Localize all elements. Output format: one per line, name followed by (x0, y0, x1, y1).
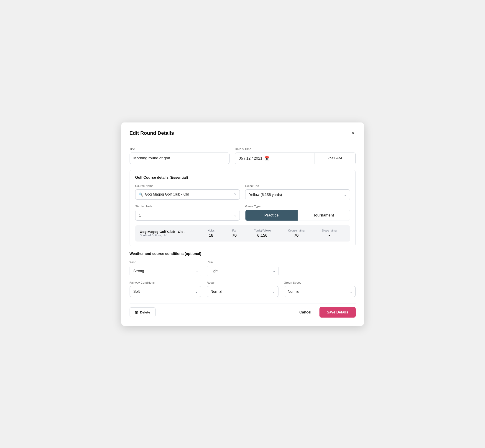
golf-course-section: Golf Course details (Essential) Course N… (129, 170, 356, 246)
title-input[interactable] (129, 152, 229, 164)
calendar-icon: 📅 (265, 156, 270, 161)
select-tee-group: Select Tee Yellow (6,156 yards) ⌄ (245, 184, 350, 200)
rain-label: Rain (207, 260, 278, 264)
starting-hole-input[interactable]: 1 (135, 210, 240, 221)
fairway-group: Fairway Conditions Soft ⌄ (129, 281, 201, 297)
time-value: 7:31 AM (328, 156, 342, 160)
fairway-wrap: Soft ⌄ (129, 286, 201, 297)
course-name-block: Gog Magog Golf Club - Old, Shelford Bott… (140, 230, 199, 237)
holes-stat: Holes 18 (208, 229, 215, 238)
practice-button[interactable]: Practice (245, 210, 298, 221)
time-input[interactable]: 7:31 AM (315, 153, 356, 164)
holes-label: Holes (208, 229, 215, 232)
select-tee-label: Select Tee (245, 184, 350, 188)
slope-rating-label: Slope rating (322, 229, 337, 232)
clear-course-button[interactable]: × (234, 192, 236, 196)
search-icon: 🔍 (139, 192, 143, 197)
wind-wrap: Strong ⌄ (129, 266, 201, 276)
weather-section: Weather and course conditions (optional)… (129, 252, 356, 297)
par-stat: Par 70 (232, 229, 237, 238)
fairway-select[interactable]: Soft (129, 286, 201, 297)
trash-icon: 🗑 (135, 310, 138, 314)
fairway-rough-green-row: Fairway Conditions Soft ⌄ Rough Normal ⌄ (129, 281, 356, 297)
course-tee-row: Course Name 🔍 × Select Tee Yellow (6,156… (135, 184, 350, 200)
tournament-button[interactable]: Tournament (298, 210, 350, 221)
rough-label: Rough (207, 281, 278, 284)
title-group: Title (129, 147, 229, 164)
green-speed-wrap: Normal ⌄ (284, 286, 356, 297)
course-rating-stat: Course rating 70 (288, 229, 304, 238)
rain-group: Rain Light ⌄ (207, 260, 278, 276)
delete-label: Delete (140, 310, 150, 314)
par-value: 70 (232, 233, 237, 238)
top-row: Title Date & Time 05 / 12 / 2021 📅 7:31 … (129, 147, 356, 164)
footer-right: Cancel Save Details (295, 307, 356, 318)
footer-row: 🗑 Delete Cancel Save Details (129, 303, 356, 318)
select-tee-input[interactable]: Yellow (6,156 yards) (245, 189, 350, 200)
course-name-label: Course Name (135, 184, 240, 188)
course-name-main: Gog Magog Golf Club - Old, (140, 230, 199, 233)
green-speed-group: Green Speed Normal ⌄ (284, 281, 356, 297)
delete-button[interactable]: 🗑 Delete (129, 307, 155, 317)
datetime-group: Date & Time 05 / 12 / 2021 📅 7:31 AM (235, 147, 356, 164)
starting-hole-group: Starting Hole 1 ⌄ (135, 205, 240, 221)
rough-wrap: Normal ⌄ (207, 286, 278, 297)
wind-select[interactable]: Strong (129, 266, 201, 276)
course-info-row: Gog Magog Golf Club - Old, Shelford Bott… (135, 225, 350, 241)
title-label: Title (129, 147, 229, 151)
holes-value: 18 (209, 233, 213, 238)
rough-group: Rough Normal ⌄ (207, 281, 278, 297)
weather-section-title: Weather and course conditions (optional) (129, 252, 356, 256)
green-speed-select[interactable]: Normal (284, 286, 356, 297)
select-tee-wrap: Yellow (6,156 yards) ⌄ (245, 189, 350, 200)
par-label: Par (232, 229, 237, 232)
hole-gametype-row: Starting Hole 1 ⌄ Game Type Practice Tou… (135, 205, 350, 221)
save-button[interactable]: Save Details (319, 307, 356, 318)
rough-select[interactable]: Normal (207, 286, 278, 297)
edit-round-modal: Edit Round Details × Title Date & Time 0… (121, 122, 364, 326)
course-name-group: Course Name 🔍 × (135, 184, 240, 200)
cancel-button[interactable]: Cancel (295, 308, 316, 317)
modal-header: Edit Round Details × (129, 130, 356, 141)
date-value: 05 / 12 / 2021 (239, 156, 263, 161)
fairway-label: Fairway Conditions (129, 281, 201, 284)
yards-value: 6,156 (257, 233, 267, 238)
course-name-sub: Shelford Bottom, UK (140, 233, 199, 237)
course-name-input[interactable] (145, 192, 234, 196)
starting-hole-wrap: 1 ⌄ (135, 210, 240, 221)
course-rating-label: Course rating (288, 229, 304, 232)
slope-rating-value: - (329, 233, 330, 238)
datetime-inputs: 05 / 12 / 2021 📅 7:31 AM (235, 152, 356, 164)
date-input[interactable]: 05 / 12 / 2021 📅 (235, 153, 315, 164)
close-button[interactable]: × (351, 130, 356, 136)
game-type-label: Game Type (245, 205, 350, 208)
slope-rating-stat: Slope rating - (322, 229, 337, 238)
course-name-search[interactable]: 🔍 × (135, 189, 240, 200)
rain-select[interactable]: Light (207, 266, 278, 276)
yards-stat: Yards(Yellow) 6,156 (254, 229, 271, 238)
course-stats: Holes 18 Par 70 Yards(Yellow) 6,156 Cour… (199, 229, 345, 238)
game-type-toggle: Practice Tournament (245, 210, 350, 221)
rain-wrap: Light ⌄ (207, 266, 278, 276)
wind-label: Wind (129, 260, 201, 264)
wind-group: Wind Strong ⌄ (129, 260, 201, 276)
modal-title: Edit Round Details (129, 130, 174, 136)
green-speed-label: Green Speed (284, 281, 356, 284)
course-rating-value: 70 (294, 233, 299, 238)
wind-rain-row: Wind Strong ⌄ Rain Light ⌄ (129, 260, 356, 276)
starting-hole-label: Starting Hole (135, 205, 240, 208)
game-type-group: Game Type Practice Tournament (245, 205, 350, 221)
datetime-label: Date & Time (235, 147, 356, 151)
golf-course-title: Golf Course details (Essential) (135, 176, 350, 180)
yards-label: Yards(Yellow) (254, 229, 271, 232)
